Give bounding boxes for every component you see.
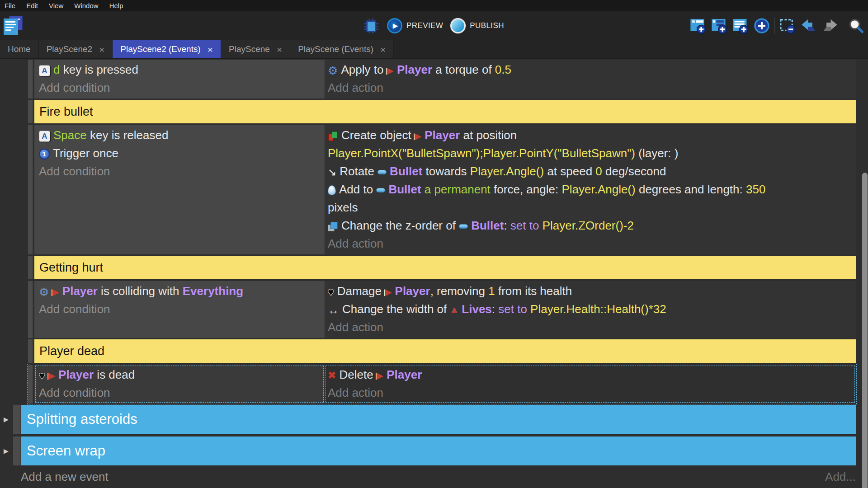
tab-playscene-events[interactable]: PlayScene (Events)× <box>290 40 394 58</box>
menu-file[interactable]: File <box>5 0 21 11</box>
text-segment: Damage <box>337 284 385 298</box>
comment-text[interactable]: Getting hurt <box>34 256 856 279</box>
publish-button[interactable]: PUBLISH <box>450 18 504 33</box>
action-line[interactable]: Add to Bullet a permanent force, angle: … <box>325 180 856 216</box>
close-icon[interactable]: × <box>277 45 282 54</box>
player-icon: ▶ <box>387 66 394 75</box>
text-segment: Lives <box>462 302 492 316</box>
add-action-button[interactable]: Add action <box>325 384 856 402</box>
action-line[interactable]: ↔Change the width of ▲Lives: set to Play… <box>325 300 856 318</box>
menu-help[interactable]: Help <box>104 0 129 11</box>
text-segment: a torque of <box>432 63 495 76</box>
conditions-pane: ♥▶Player is deadAdd condition <box>34 365 325 404</box>
row-handle[interactable] <box>13 405 21 434</box>
condition-line[interactable]: 1Trigger once <box>34 144 325 162</box>
collapse-arrow-icon[interactable]: ▶ <box>4 416 9 423</box>
heart-icon: ♥ <box>39 370 45 381</box>
tab-playscene[interactable]: PlayScene× <box>221 40 290 58</box>
action-line[interactable]: Create object ▶Player at position Player… <box>325 126 856 162</box>
action-line[interactable]: ↘Rotate Bullet towards Player.Angle() at… <box>325 162 856 180</box>
add-circle-icon[interactable] <box>753 17 770 34</box>
text-segment: Delete <box>339 368 376 381</box>
tab-home[interactable]: Home <box>0 40 39 58</box>
physics-icon: ⚙ <box>328 65 338 76</box>
text-segment: Player <box>425 128 460 142</box>
text-segment: Player <box>62 284 98 298</box>
row-handle[interactable] <box>13 436 21 465</box>
group-row: ▶Splitting asteroids <box>13 405 856 434</box>
action-line[interactable]: ✖Delete ▶Player <box>325 366 856 384</box>
add-condition-button[interactable]: Add condition <box>34 384 325 402</box>
menu-view[interactable]: View <box>43 0 69 11</box>
undo-icon[interactable] <box>800 17 817 34</box>
add-action-button[interactable]: Add action <box>325 235 856 253</box>
add-event-row: Add a new eventAdd... <box>21 470 856 484</box>
debug-icon[interactable] <box>363 17 380 34</box>
tab-playscene2-events[interactable]: PlayScene2 (Events)× <box>113 40 221 58</box>
add-condition-button[interactable]: Add condition <box>34 79 325 97</box>
text-segment: Everything <box>183 284 243 298</box>
group-title[interactable]: Screen wrap <box>21 436 856 465</box>
condition-line[interactable]: ASpace key is released <box>34 126 325 144</box>
text-segment: d <box>53 63 60 76</box>
add-new-event-button[interactable]: Add a new event <box>21 470 108 484</box>
collapse-arrow-icon[interactable]: ▶ <box>4 447 9 455</box>
player-icon: ▶ <box>377 371 383 380</box>
keyboard-icon: A <box>39 131 50 142</box>
comment-text[interactable]: Fire bullet <box>34 100 856 123</box>
preview-button[interactable]: ▶ PREVIEW <box>387 18 443 33</box>
menu-edit[interactable]: Edit <box>21 0 43 11</box>
add-subevent-icon[interactable] <box>711 17 728 34</box>
row-handle[interactable] <box>28 60 33 99</box>
text-segment: Rotate <box>340 164 377 178</box>
row-handle[interactable] <box>28 256 33 279</box>
add-action-button[interactable]: Add action <box>325 79 856 97</box>
conditions-pane: ASpace key is released1Trigger onceAdd c… <box>34 125 325 254</box>
comment-row: Player dead <box>28 339 856 363</box>
events-sheet: Ad key is pressedAdd condition⚙Apply to … <box>0 59 868 488</box>
row-handle[interactable] <box>28 100 33 123</box>
close-icon[interactable]: × <box>380 45 386 54</box>
tab-playscene2[interactable]: PlayScene2× <box>39 40 113 58</box>
condition-line[interactable]: Ad key is pressed <box>34 61 325 79</box>
add-action-button[interactable]: Add action <box>325 318 856 336</box>
text-segment: key is pressed <box>60 63 138 76</box>
action-line[interactable]: ♥Damage ▶Player, removing 1 from its hea… <box>325 282 856 300</box>
delete-selection-icon[interactable] <box>779 17 796 34</box>
comment-text[interactable]: Player dead <box>34 339 856 363</box>
text-segment: : <box>504 219 510 232</box>
project-manager-icon[interactable] <box>4 16 24 36</box>
text-segment: Change the z-order of <box>341 219 459 232</box>
row-handle[interactable] <box>28 365 33 404</box>
rotate-icon: ↘ <box>328 167 336 178</box>
redo-icon[interactable] <box>821 17 839 34</box>
text-segment: Player.Angle() <box>470 164 544 178</box>
app-window: FileEditViewWindowHelp ▶ PR <box>0 0 868 488</box>
add-condition-button[interactable]: Add condition <box>34 162 325 180</box>
tab-label: PlayScene (Events) <box>298 44 373 54</box>
text-segment: from its health <box>495 284 572 298</box>
scrollbar-thumb[interactable] <box>862 173 868 488</box>
text-segment: Add to <box>339 183 376 196</box>
menu-window[interactable]: Window <box>69 0 104 11</box>
actions-pane: Create object ▶Player at position Player… <box>325 125 856 254</box>
close-icon[interactable]: × <box>208 45 213 54</box>
action-line[interactable]: ⚙Apply to ▶Player a torque of 0.5 <box>325 61 856 79</box>
player-icon: ▶ <box>52 287 59 297</box>
comment-row: Getting hurt <box>28 256 856 279</box>
row-handle[interactable] <box>28 281 33 338</box>
text-segment: Bullet <box>388 183 421 196</box>
row-handle[interactable] <box>28 125 33 254</box>
add-event-icon[interactable] <box>689 17 707 34</box>
toolbar-separator <box>774 18 775 34</box>
condition-line[interactable]: ♥▶Player is dead <box>34 366 325 384</box>
row-handle[interactable] <box>28 339 33 363</box>
action-line[interactable]: Change the z-order of Bullet: set to Pla… <box>325 216 856 235</box>
condition-line[interactable]: ⚙▶Player is colliding with Everything <box>34 282 325 300</box>
close-icon[interactable]: × <box>99 45 104 54</box>
group-title[interactable]: Splitting asteroids <box>21 405 856 434</box>
search-icon[interactable] <box>847 17 864 34</box>
add-condition-button[interactable]: Add condition <box>34 300 325 318</box>
add-button[interactable]: Add... <box>825 470 856 484</box>
add-comment-icon[interactable] <box>732 17 749 34</box>
